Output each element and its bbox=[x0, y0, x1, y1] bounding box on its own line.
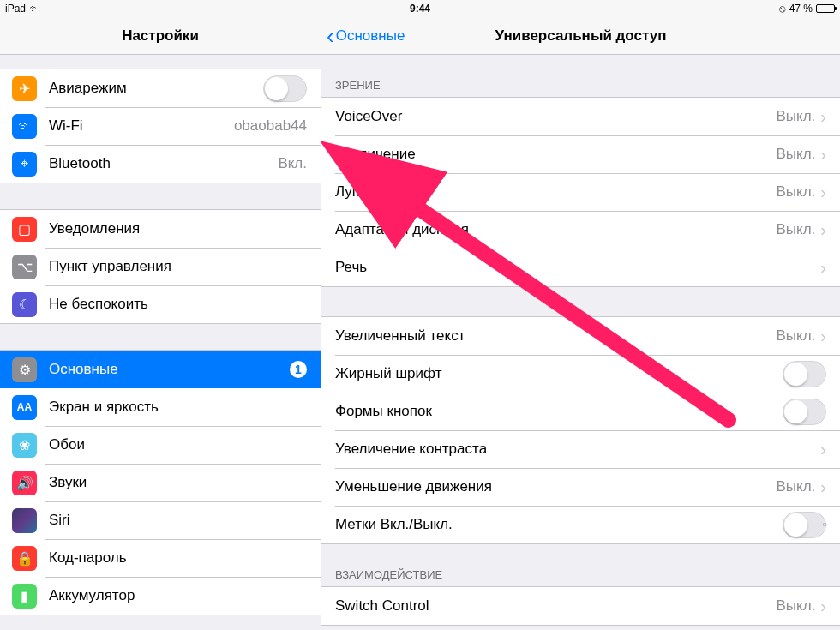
sidebar-item-airplane[interactable]: ✈Авиарежим bbox=[0, 69, 321, 107]
toggle-switch[interactable] bbox=[783, 512, 826, 538]
detail-pane: ‹ Основные Универсальный доступ ЗРЕНИЕVo… bbox=[321, 17, 840, 630]
detail-row[interactable]: Увеличение контраста› bbox=[321, 430, 840, 468]
sidebar-navbar: Настройки bbox=[0, 17, 321, 55]
sidebar-item-passcode[interactable]: 🔒Код-пароль bbox=[0, 539, 321, 577]
battery-icon bbox=[816, 4, 835, 13]
control-center-icon: ⌥ bbox=[12, 255, 37, 279]
detail-row[interactable]: Адаптация дисплеяВыкл.› bbox=[321, 211, 840, 249]
dnd-icon: ☾ bbox=[12, 292, 37, 317]
row-label: Увеличение контраста bbox=[335, 441, 815, 458]
detail-scroll[interactable]: ЗРЕНИЕVoiceOverВыкл.›УвеличениеВыкл.›Луп… bbox=[321, 55, 840, 630]
wifi-icon: ᯤ bbox=[12, 114, 37, 139]
row-label: Аккумулятор bbox=[49, 587, 307, 604]
display-icon: AA bbox=[12, 395, 37, 420]
detail-row[interactable]: Формы кнопок bbox=[321, 393, 840, 430]
row-label: Пункт управления bbox=[49, 258, 307, 275]
chevron-right-icon: › bbox=[820, 183, 826, 202]
status-time: 9:44 bbox=[0, 3, 840, 15]
settings-sidebar: Настройки ✈АвиарежимᯤWi-Fiobaobab44⌖Blue… bbox=[0, 17, 321, 630]
detail-row[interactable]: Switch ControlВыкл.› bbox=[321, 587, 840, 625]
detail-row[interactable]: VoiceOverВыкл.› bbox=[321, 98, 840, 135]
airplane-icon: ✈ bbox=[12, 76, 37, 101]
row-value: Вкл. bbox=[278, 155, 307, 172]
toggle-switch[interactable] bbox=[263, 75, 307, 102]
row-label: Речь bbox=[335, 259, 815, 276]
row-label: Не беспокоить bbox=[49, 296, 307, 313]
chevron-right-icon: › bbox=[820, 220, 826, 240]
detail-row[interactable]: Метки Вкл./Выкл. bbox=[321, 506, 840, 543]
row-value: Выкл. bbox=[776, 597, 815, 615]
status-bar: iPad ᯤ 9:44 ⦸ 47 % bbox=[0, 0, 840, 17]
wallpaper-icon: ❀ bbox=[12, 433, 37, 458]
sidebar-item-wallpaper[interactable]: ❀Обои bbox=[0, 426, 321, 464]
chevron-right-icon: › bbox=[820, 597, 826, 616]
section-header: ВЗАИМОДЕЙСТВИЕ bbox=[321, 544, 840, 586]
row-label: Жирный шрифт bbox=[335, 365, 783, 382]
detail-row[interactable]: ЛупаВыкл.› bbox=[321, 173, 840, 211]
row-label: Авиарежим bbox=[49, 80, 263, 97]
row-label: Лупа bbox=[335, 183, 769, 201]
detail-row[interactable]: Речь› bbox=[321, 249, 840, 286]
detail-row[interactable]: Уменьшение движенияВыкл.› bbox=[321, 468, 840, 506]
section-header: ЗРЕНИЕ bbox=[321, 55, 840, 97]
bluetooth-icon: ⌖ bbox=[12, 152, 37, 177]
chevron-right-icon: › bbox=[820, 107, 826, 127]
sidebar-item-display[interactable]: AAЭкран и яркость bbox=[0, 388, 321, 426]
row-value: Выкл. bbox=[776, 183, 815, 201]
general-icon: ⚙ bbox=[12, 357, 37, 382]
chevron-right-icon: › bbox=[820, 145, 826, 165]
battery-icon: ▮ bbox=[12, 584, 37, 609]
chevron-right-icon: › bbox=[820, 258, 826, 278]
row-label: Экран и яркость bbox=[49, 399, 307, 416]
sidebar-item-siri[interactable]: Siri bbox=[0, 501, 321, 539]
notifications-icon: ▢ bbox=[12, 217, 37, 242]
sounds-icon: 🔊 bbox=[12, 471, 37, 495]
chevron-right-icon: › bbox=[820, 327, 826, 346]
row-value: obaobab44 bbox=[234, 117, 307, 135]
row-value: Выкл. bbox=[776, 221, 815, 238]
row-label: Формы кнопок bbox=[335, 403, 783, 420]
toggle-switch[interactable] bbox=[783, 399, 826, 425]
chevron-left-icon: ‹ bbox=[327, 25, 334, 47]
row-label: Код-пароль bbox=[49, 549, 307, 567]
row-label: Обои bbox=[49, 436, 307, 453]
back-button[interactable]: ‹ Основные bbox=[321, 25, 405, 47]
row-label: Увеличение bbox=[335, 146, 769, 163]
sidebar-item-bluetooth[interactable]: ⌖BluetoothВкл. bbox=[0, 145, 321, 183]
detail-row[interactable]: Увеличенный текстВыкл.› bbox=[321, 317, 840, 355]
row-value: Выкл. bbox=[776, 108, 815, 125]
row-label: Siri bbox=[49, 512, 307, 529]
back-label: Основные bbox=[336, 27, 405, 45]
row-label: Метки Вкл./Выкл. bbox=[335, 516, 783, 533]
row-label: Адаптация дисплея bbox=[335, 221, 769, 238]
toggle-switch[interactable] bbox=[783, 361, 826, 387]
detail-row[interactable]: УвеличениеВыкл.› bbox=[321, 135, 840, 173]
sidebar-title: Настройки bbox=[0, 27, 321, 45]
row-label: Bluetooth bbox=[49, 155, 271, 172]
chevron-right-icon: › bbox=[820, 477, 826, 497]
row-label: VoiceOver bbox=[335, 108, 769, 125]
section-header bbox=[321, 287, 840, 316]
row-label: Увеличенный текст bbox=[335, 327, 769, 345]
sidebar-scroll[interactable]: ✈АвиарежимᯤWi-Fiobaobab44⌖BluetoothВкл.▢… bbox=[0, 55, 321, 630]
detail-row[interactable]: Жирный шрифт bbox=[321, 355, 840, 393]
sidebar-item-sounds[interactable]: 🔊Звуки bbox=[0, 464, 321, 501]
sidebar-item-general[interactable]: ⚙Основные1 bbox=[0, 351, 321, 388]
sidebar-item-wifi[interactable]: ᯤWi-Fiobaobab44 bbox=[0, 107, 321, 145]
sidebar-item-notifications[interactable]: ▢Уведомления bbox=[0, 210, 321, 248]
passcode-icon: 🔒 bbox=[12, 546, 37, 571]
row-label: Уменьшение движения bbox=[335, 478, 769, 495]
chevron-right-icon: › bbox=[820, 440, 826, 459]
siri-icon bbox=[12, 508, 37, 533]
row-value: Выкл. bbox=[776, 327, 815, 345]
row-label: Switch Control bbox=[335, 597, 769, 615]
row-value: Выкл. bbox=[776, 478, 815, 495]
badge: 1 bbox=[290, 361, 307, 378]
row-value: Выкл. bbox=[776, 146, 815, 163]
sidebar-item-control-center[interactable]: ⌥Пункт управления bbox=[0, 248, 321, 285]
row-label: Звуки bbox=[49, 474, 307, 491]
row-label: Wi-Fi bbox=[49, 117, 227, 135]
sidebar-item-battery[interactable]: ▮Аккумулятор bbox=[0, 577, 321, 615]
sidebar-item-dnd[interactable]: ☾Не беспокоить bbox=[0, 285, 321, 323]
detail-navbar: ‹ Основные Универсальный доступ bbox=[321, 17, 840, 55]
